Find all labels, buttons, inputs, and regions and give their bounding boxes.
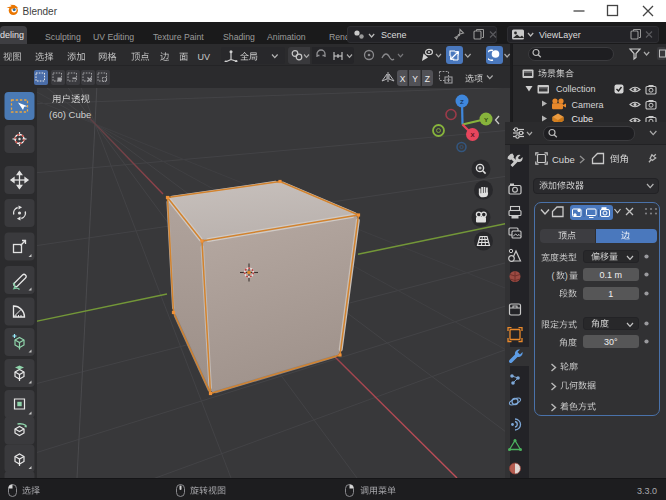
svg-text:Z: Z bbox=[460, 98, 464, 105]
